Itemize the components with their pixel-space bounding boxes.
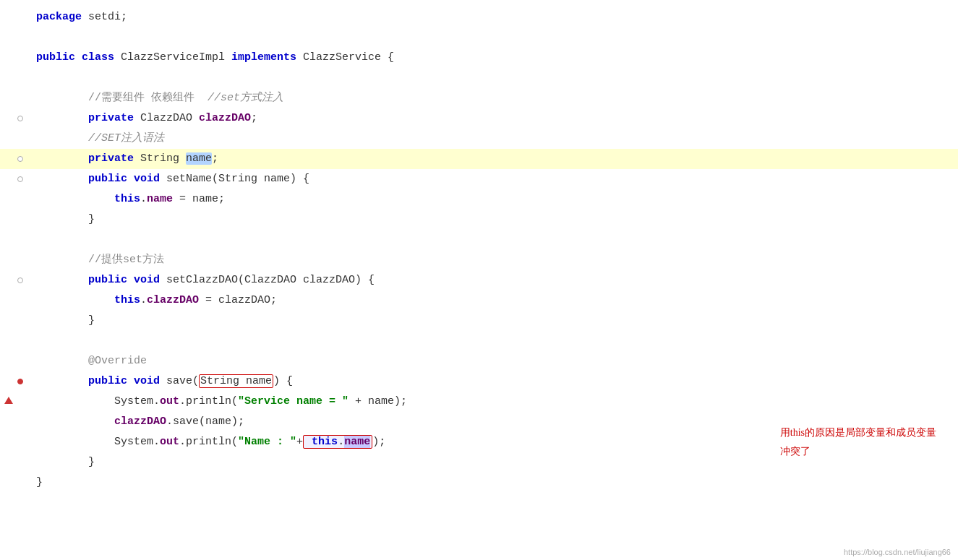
code-line-15: this.clazzDAO = clazzDAO; (0, 290, 958, 311)
code-line-13: //提供set方法 (0, 250, 958, 270)
code-line-blank-1 (0, 27, 958, 48)
code-line-14: public void setClazzDAO(ClazzDAO clazzDA… (0, 270, 958, 290)
code-line-7: //SET注入语法 (0, 129, 958, 149)
code-line-blank-2 (0, 68, 958, 88)
code-content-16: } (29, 311, 958, 330)
code-content-11: } (29, 210, 958, 229)
code-content-24: } (29, 473, 958, 492)
code-content-b2 (29, 69, 958, 87)
gutter-6 (0, 116, 29, 121)
code-content-23: } (29, 453, 958, 472)
code-line-5: //需要组件 依赖组件 //set方式注入 (0, 88, 958, 108)
code-line-16: } (0, 311, 958, 331)
gutter-dot-8 (17, 156, 23, 162)
code-line-3: public class ClazzServiceImpl implements… (0, 48, 958, 68)
code-line-11: } (0, 210, 958, 230)
code-line-19: public void save(String name) { (0, 371, 958, 392)
gutter-8 (0, 156, 29, 162)
code-content-15: this.clazzDAO = clazzDAO; (29, 291, 958, 310)
code-line-6: private ClazzDAO clazzDAO; (0, 108, 958, 129)
code-content-18: @Override (29, 352, 958, 371)
code-container: package setdi; public class ClazzService… (0, 0, 958, 560)
code-line-1: package setdi; (0, 7, 958, 27)
code-content-10: this.name = name; (29, 190, 958, 209)
watermark: https://blog.csdn.net/liujiang66 (844, 548, 951, 556)
code-content-13: //提供set方法 (29, 251, 958, 270)
code-content-19: public void save(String name) { (29, 372, 958, 391)
code-content-6: private ClazzDAO clazzDAO; (29, 109, 958, 128)
code-content-14: public void setClazzDAO(ClazzDAO clazzDA… (29, 271, 958, 290)
code-line-22: System.out.println("Name : "+ this.name)… (0, 432, 958, 452)
code-line-blank-4 (0, 331, 958, 351)
code-line-24: } (0, 473, 958, 493)
code-content-b4 (29, 332, 958, 350)
gutter-dot-9 (17, 176, 23, 182)
code-line-9: public void setName(String name) { (0, 169, 958, 189)
gutter-dot-19 (17, 379, 23, 384)
gutter-14 (0, 277, 29, 283)
code-line-10: this.name = name; (0, 189, 958, 210)
code-content-7: //SET注入语法 (29, 129, 958, 148)
code-line-blank-3 (0, 230, 958, 250)
code-line-20: System.out.println("Service name = " + n… (0, 392, 958, 412)
gutter-dot-6 (17, 116, 23, 121)
code-line-8: private String name; (0, 149, 958, 169)
code-content-1: package setdi; (29, 8, 958, 27)
code-content-5: //需要组件 依赖组件 //set方式注入 (29, 89, 958, 108)
arrow-icon (4, 397, 13, 404)
code-content-b1 (29, 28, 958, 47)
code-content-20: System.out.println("Service name = " + n… (29, 392, 958, 411)
code-line-18: @Override (0, 351, 958, 371)
gutter-19 (0, 379, 29, 384)
code-content-b3 (29, 231, 958, 249)
code-content-9: public void setName(String name) { (29, 170, 958, 189)
gutter-9 (0, 176, 29, 182)
code-content-3: public class ClazzServiceImpl implements… (29, 48, 958, 67)
code-line-23: } (0, 452, 958, 473)
code-content-8: private String name; (29, 150, 958, 168)
gutter-dot-14 (17, 277, 23, 283)
